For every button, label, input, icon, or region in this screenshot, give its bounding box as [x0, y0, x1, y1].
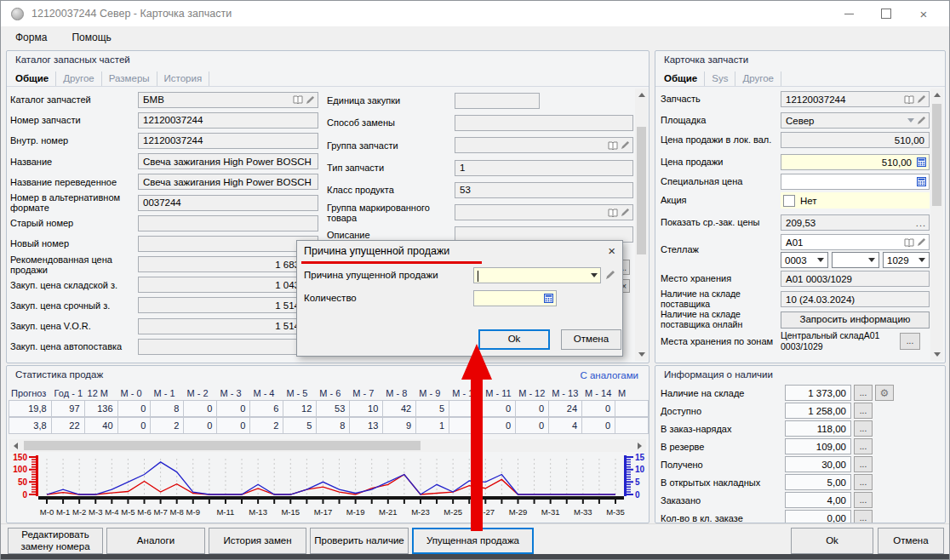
pencil-icon[interactable] [917, 237, 926, 247]
check-availability-button[interactable]: Проверить наличие [310, 528, 409, 554]
calculator-icon[interactable] [917, 177, 926, 186]
stats-hscrollbar[interactable] [9, 439, 646, 452]
chevron-down-icon[interactable] [907, 118, 914, 123]
availability-detail-button[interactable]: ... [854, 385, 873, 401]
pencil-icon[interactable] [917, 94, 926, 104]
availability-detail-button[interactable]: ... [854, 456, 873, 472]
maximize-button[interactable] [867, 1, 905, 26]
analogs-button[interactable]: Аналоги [106, 528, 205, 554]
dialog-close-icon[interactable]: × [608, 243, 615, 258]
pencil-icon[interactable] [306, 95, 315, 105]
part-number-field[interactable]: 12120037244 [781, 91, 930, 107]
field-input[interactable] [455, 115, 633, 131]
field-input[interactable]: 1 [455, 160, 633, 176]
availability-value[interactable]: 1 373,00 [785, 385, 851, 401]
zones-picker-button[interactable]: ... [900, 333, 920, 350]
menu-item-forma[interactable]: Форма [5, 28, 57, 47]
shelf-field[interactable]: A01 [781, 234, 930, 250]
book-icon[interactable] [608, 141, 618, 150]
gear-icon[interactable]: ⚙ [875, 385, 894, 401]
pencil-icon[interactable] [605, 270, 615, 280]
pencil-icon[interactable] [917, 116, 926, 125]
location-field[interactable]: A01 0003/1029 [781, 271, 930, 287]
book-icon[interactable] [293, 95, 303, 104]
shelf-select-2[interactable] [832, 252, 879, 268]
avg-purchase-field[interactable]: 209,53 ... [781, 214, 930, 231]
tab-drugoe[interactable]: Другое [56, 71, 102, 86]
field-input[interactable] [455, 204, 633, 220]
book-icon[interactable] [904, 95, 914, 104]
replace-history-button[interactable]: История замен [209, 528, 306, 554]
tab-obschie[interactable]: Общие [9, 71, 56, 86]
ellipsis-icon[interactable]: ... [916, 218, 926, 228]
chevron-down-icon[interactable] [591, 273, 598, 277]
field-input[interactable] [455, 93, 540, 109]
tab-razmery[interactable]: Размеры [102, 71, 157, 86]
availability-value[interactable]: 4,00 [785, 492, 851, 508]
tab-card-obschie[interactable]: Общие [657, 71, 705, 86]
dialog-cancel-button[interactable]: Отмена [561, 329, 621, 350]
edit-replacement-button[interactable]: Редактировать замену номера [8, 528, 103, 554]
price-local-field[interactable]: 510,00 [781, 132, 930, 148]
minimize-button[interactable] [830, 1, 867, 26]
book-icon[interactable] [608, 209, 618, 217]
close-button[interactable]: × [905, 1, 942, 26]
shelf-select-3[interactable]: 1029 [883, 252, 930, 268]
availability-value[interactable]: 0,00 [785, 510, 851, 523]
ok-button[interactable]: Ok [791, 528, 873, 554]
availability-detail-button[interactable]: ... [854, 492, 873, 508]
availability-detail-button[interactable]: ... [854, 474, 873, 490]
quantity-input[interactable] [473, 290, 557, 306]
availability-value[interactable]: 5,00 [785, 474, 851, 490]
availability-value[interactable]: 109,00 [785, 438, 851, 454]
field-input[interactable]: Свеча зажигания High Power BOSCH [138, 174, 318, 190]
availability-detail-button[interactable]: ... [854, 420, 873, 437]
site-combo[interactable]: Север [781, 112, 930, 129]
field-input[interactable]: 12120037244 [138, 133, 318, 149]
stats-cell: 24 [549, 400, 582, 417]
field-input[interactable]: 53 [455, 182, 633, 198]
special-price-field[interactable] [781, 174, 930, 190]
field-input[interactable]: БМВ [138, 92, 318, 108]
availability-value[interactable]: 1 258,00 [785, 403, 851, 419]
menu-item-pomosch[interactable]: Помощь [61, 28, 121, 47]
field-input[interactable]: 1 514,72 [138, 297, 318, 313]
tab-istoriya[interactable]: История [157, 71, 210, 86]
stats-cell: 19,8 [9, 400, 52, 417]
availability-value[interactable]: 30,00 [785, 456, 851, 472]
field-input[interactable]: Свеча зажигания High Power BOSCH [138, 153, 318, 169]
catalog-scrollbar[interactable] [635, 89, 648, 361]
field-input[interactable] [138, 236, 318, 252]
card-scrollbar[interactable] [930, 89, 943, 361]
calculator-icon[interactable] [917, 157, 926, 167]
availability-value[interactable]: 118,00 [785, 420, 851, 437]
availability-detail-button[interactable]: ... [854, 403, 873, 419]
availability-row: Наличие на складе 1 373,00 ...⚙ [661, 385, 894, 401]
field-input[interactable]: 0037244 [138, 195, 318, 211]
with-analogs-link[interactable]: С аналогами [580, 370, 638, 380]
field-input[interactable] [138, 339, 318, 355]
book-icon[interactable] [904, 238, 914, 247]
field-input[interactable]: 1 514,72 [138, 318, 318, 334]
promo-checkbox[interactable] [783, 195, 795, 207]
dialog-ok-button[interactable]: Ok [478, 329, 550, 350]
price-field[interactable]: 510,00 [781, 154, 930, 170]
pencil-icon[interactable] [621, 140, 630, 150]
shelf-select-1[interactable]: 0003 [781, 252, 828, 268]
field-input[interactable] [455, 137, 633, 153]
reason-combo[interactable] [473, 267, 601, 283]
field-input[interactable]: 12120037244 [138, 112, 318, 129]
calculator-icon[interactable] [544, 294, 553, 303]
lost-sale-button[interactable]: Упущенная продажа [412, 528, 534, 554]
supplier-stock-field[interactable]: 10 (24.03.2024) [781, 291, 930, 307]
field-input[interactable]: 1 683,02 [138, 256, 318, 272]
availability-detail-button[interactable]: ... [854, 510, 873, 523]
availability-detail-button[interactable]: ... [854, 438, 873, 454]
tab-card-drugoe[interactable]: Другое [735, 71, 781, 86]
field-input[interactable]: 1 043,47 [138, 277, 318, 293]
pencil-icon[interactable] [621, 208, 630, 217]
cancel-button[interactable]: Отмена [878, 528, 944, 554]
request-info-button[interactable]: Запросить информацию [781, 311, 930, 329]
field-input[interactable] [138, 215, 318, 231]
tab-card-sys[interactable]: Sys [705, 71, 735, 86]
